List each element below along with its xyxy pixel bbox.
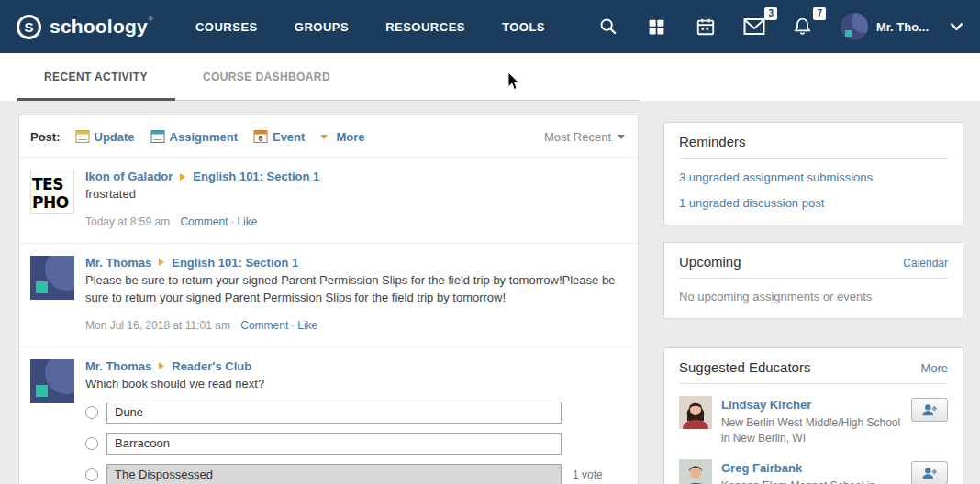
author-link[interactable]: Ikon of Galador	[85, 170, 173, 183]
update-icon	[75, 129, 90, 144]
like-link[interactable]: Like	[237, 215, 257, 228]
top-navigation-bar: S schoology® COURSES GROUPS RESOURCES TO…	[0, 0, 980, 53]
course-link[interactable]: English 101: Section 1	[193, 170, 319, 183]
author-avatar[interactable]	[30, 256, 74, 300]
breadcrumb-arrow-icon	[159, 362, 164, 369]
user-menu[interactable]: Mr. Tho...	[841, 13, 963, 40]
notifications-badge[interactable]: 7	[813, 7, 826, 20]
apps-grid-icon[interactable]	[646, 16, 668, 38]
more-educators-link[interactable]: More	[920, 361, 948, 375]
schoology-wordmark: schoology®	[50, 16, 153, 38]
tab-strip: RECENT ACTIVITY COURSE DASHBOARD	[17, 53, 640, 101]
user-avatar	[841, 13, 868, 40]
breadcrumb-arrow-icon	[159, 258, 164, 266]
poll-votes: 1 vote	[573, 468, 603, 481]
ungraded-assignments-link[interactable]: 3 ungraded assignment submissions	[679, 170, 948, 184]
chevron-down-icon[interactable]	[950, 18, 963, 35]
educator-name-link[interactable]: Greg Fairbank	[721, 461, 802, 475]
mouse-cursor	[507, 72, 521, 92]
educator-avatar[interactable]	[679, 396, 712, 429]
poll-option[interactable]: Barracoon	[106, 433, 562, 455]
nav-courses[interactable]: COURSES	[195, 20, 258, 34]
comment-link[interactable]: Comment	[240, 319, 288, 332]
ungraded-discussion-link[interactable]: 1 ungraded discussion post	[679, 196, 948, 210]
poll: Dune Barracoon The Dispossessed 1 vote R…	[85, 402, 625, 484]
upcoming-title: Upcoming	[679, 254, 741, 270]
feed-item-poll: Mr. Thomas Reader's Club Which book shou…	[19, 346, 638, 484]
upcoming-card: Upcoming Calendar No upcoming assignment…	[663, 242, 963, 319]
separator-dot: ·	[230, 215, 234, 228]
poll-question: Which book should we read next?	[85, 376, 625, 393]
author-link[interactable]: Mr. Thomas	[85, 359, 151, 373]
messages-icon[interactable]: 3	[743, 16, 765, 38]
nav-resources[interactable]: RESOURCES	[385, 20, 465, 34]
tab-recent-activity[interactable]: RECENT ACTIVITY	[17, 53, 175, 100]
poll-option-row: Barracoon	[85, 433, 625, 455]
like-link[interactable]: Like	[297, 319, 317, 332]
post-bar: Post: Update Assignment 6 Event More Mos…	[19, 116, 638, 157]
add-connection-button[interactable]	[911, 461, 948, 484]
comment-link[interactable]: Comment	[180, 215, 228, 228]
poll-option-row: The Dispossessed 1 vote	[85, 464, 625, 484]
event-icon: 6	[253, 129, 268, 144]
nav-tools[interactable]: TOOLS	[502, 20, 545, 34]
post-timestamp: Today at 8:59 am	[85, 215, 170, 228]
sort-dropdown[interactable]: Most Recent	[544, 130, 625, 144]
primary-nav: COURSES GROUPS RESOURCES TOOLS	[195, 20, 545, 34]
author-line: Mr. Thomas Reader's Club	[85, 359, 625, 373]
svg-text:6: 6	[259, 134, 263, 143]
feed-item-content: Mr. Thomas Reader's Club Which book shou…	[85, 359, 625, 484]
poll-option[interactable]: Dune	[106, 402, 562, 424]
author-avatar[interactable]	[30, 359, 74, 403]
sort-caret-icon	[618, 135, 625, 139]
course-link[interactable]: Reader's Club	[172, 359, 251, 373]
feed-item-update: Mr. Thomas English 101: Section 1 Please…	[19, 243, 638, 346]
poll-radio[interactable]	[85, 406, 98, 419]
educator-school: New Berlin West Middle/High School in Ne…	[721, 415, 902, 447]
post-event-button[interactable]: 6 Event	[253, 129, 305, 144]
poll-option[interactable]: The Dispossessed	[106, 464, 562, 484]
feed-item-update: TES PHO Ikon of Galador English 101: Sec…	[19, 157, 638, 243]
poll-radio[interactable]	[85, 437, 98, 450]
notifications-bell-icon[interactable]: 7	[792, 16, 814, 38]
tab-course-dashboard[interactable]: COURSE DASHBOARD	[175, 53, 358, 100]
calendar-icon[interactable]	[695, 16, 717, 38]
feed-item-content: Ikon of Galador English 101: Section 1 f…	[85, 170, 625, 228]
logo-letter: S	[24, 19, 33, 35]
educator-avatar[interactable]	[679, 459, 712, 484]
search-icon[interactable]	[597, 16, 619, 38]
feed-item-content: Mr. Thomas English 101: Section 1 Please…	[85, 256, 625, 332]
page-body: Post: Update Assignment 6 Event More Mos…	[0, 101, 980, 484]
more-caret-icon	[320, 135, 328, 139]
author-link[interactable]: Mr. Thomas	[85, 256, 151, 270]
messages-badge[interactable]: 3	[764, 7, 777, 20]
post-more-button[interactable]: More	[320, 130, 364, 144]
poll-option-row: Dune	[85, 402, 625, 424]
post-footer: Mon Jul 16, 2018 at 11:01 am Comment·Lik…	[85, 319, 625, 332]
educator-row: Lindsay Kircher New Berlin West Middle/H…	[679, 396, 948, 447]
post-update-button[interactable]: Update	[75, 129, 135, 144]
educator-school: Kanoon Elem Magnet School in Chicago, IL	[721, 478, 902, 484]
course-link[interactable]: English 101: Section 1	[172, 256, 298, 270]
post-label: Post:	[30, 130, 61, 144]
user-name: Mr. Tho...	[876, 20, 929, 34]
author-line: Ikon of Galador English 101: Section 1	[85, 170, 625, 183]
nav-groups[interactable]: GROUPS	[295, 20, 349, 34]
schoology-logo[interactable]: S schoology®	[17, 15, 153, 39]
suggested-educators-card: Suggested Educators More Lindsay Kircher…	[663, 347, 963, 484]
calendar-link[interactable]: Calendar	[903, 257, 948, 270]
breadcrumb-arrow-icon	[180, 173, 185, 181]
author-avatar[interactable]: TES PHO	[30, 170, 74, 214]
suggested-educators-title: Suggested Educators	[679, 359, 810, 375]
educator-name-link[interactable]: Lindsay Kircher	[721, 398, 811, 412]
reminders-title: Reminders	[679, 134, 746, 149]
poll-radio[interactable]	[85, 468, 98, 481]
card-header: Upcoming Calendar	[679, 254, 948, 279]
post-assignment-button[interactable]: Assignment	[150, 129, 238, 144]
person-plus-icon	[921, 466, 938, 480]
add-connection-button[interactable]	[911, 398, 948, 422]
post-footer: Today at 8:59 am Comment·Like	[85, 215, 625, 228]
trademark-symbol: ®	[149, 16, 153, 22]
header-tools: 3 7 Mr. Tho...	[597, 13, 963, 40]
assignment-icon	[150, 129, 165, 144]
